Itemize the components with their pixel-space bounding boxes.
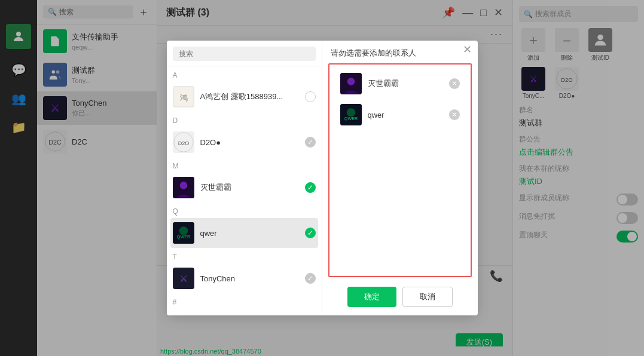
contact-name-qwer: qwer xyxy=(200,229,299,238)
contact-item-qwer[interactable]: QWER qwer ✓ xyxy=(170,218,318,248)
add-contacts-dialog: A 鸿 A鸿艺创 露歌1588939... D xyxy=(167,41,478,315)
dialog-prompt: 请勿选需要添加的联系人 xyxy=(322,41,478,63)
svg-point-18 xyxy=(347,78,355,85)
contact-check-warrior: ✓ xyxy=(305,182,316,193)
dialog-overlay[interactable]: A 鸿 A鸿艺创 露歌1588939... D xyxy=(0,0,644,356)
selected-item-warrior: 灭世霸霸 ✕ xyxy=(338,68,462,99)
contact-check-qwer: ✓ xyxy=(305,228,316,238)
section-label-q: Q xyxy=(170,202,318,218)
section-label-m: M xyxy=(170,157,318,173)
dialog-contact-list: A 鸿 A鸿艺创 露歌1588939... D xyxy=(167,41,322,315)
contact-name-warrior: 灭世霸霸 xyxy=(200,182,299,193)
svg-text:鸿: 鸿 xyxy=(179,93,187,102)
remove-warrior-button[interactable]: ✕ xyxy=(449,78,460,89)
dialog-search-input[interactable] xyxy=(173,47,316,61)
contact-name-tony: TonyChen xyxy=(200,274,299,283)
svg-text:D2O: D2O xyxy=(178,140,189,146)
selected-avatar-qwer: QWER xyxy=(340,104,362,125)
contact-item-hongyi[interactable]: 鸿 A鸿艺创 露歌1588939... xyxy=(170,82,318,112)
svg-text:QWER: QWER xyxy=(176,234,190,240)
selected-name-warrior: 灭世霸霸 xyxy=(368,78,443,89)
dialog-close-button[interactable]: ✕ xyxy=(463,44,472,55)
svg-point-13 xyxy=(179,182,187,189)
contact-avatar-warrior xyxy=(173,177,194,198)
dialog-list: A 鸿 A鸿艺创 露歌1588939... D xyxy=(167,66,322,315)
contact-item-tony[interactable]: ⚔ TonyChen ✓ xyxy=(170,263,318,293)
contact-check-tony: ✓ xyxy=(305,273,316,284)
contact-check-hongyi xyxy=(305,91,316,102)
section-label-a: A xyxy=(170,66,318,82)
section-label-t: T xyxy=(170,248,318,263)
selected-contacts-list: 灭世霸霸 ✕ QWER qwer ✕ xyxy=(328,63,472,277)
contact-avatar-qwer: QWER xyxy=(173,222,194,244)
contact-check-d2o: ✓ xyxy=(305,137,316,148)
contact-avatar-tony: ⚔ xyxy=(173,268,194,289)
confirm-button[interactable]: 确定 xyxy=(347,287,396,307)
dialog-search xyxy=(167,41,322,66)
dialog-right: ✕ 请勿选需要添加的联系人 灭世霸霸 ✕ xyxy=(322,41,478,315)
contact-item-d2o[interactable]: D2O D2O● ✓ xyxy=(170,127,318,157)
contact-item-warrior[interactable]: 灭世霸霸 ✓ xyxy=(170,173,318,202)
dialog-actions: 确定 取消 xyxy=(322,282,478,315)
section-label-d: D xyxy=(170,112,318,127)
svg-text:QWER: QWER xyxy=(344,116,357,121)
selected-avatar-warrior xyxy=(340,73,362,94)
contact-name-hongyi: A鸿艺创 露歌1588939... xyxy=(200,91,299,102)
contact-name-d2o: D2O● xyxy=(200,138,299,147)
selected-name-qwer: qwer xyxy=(368,111,443,119)
remove-qwer-button[interactable]: ✕ xyxy=(449,109,460,120)
contact-avatar-d2o: D2O xyxy=(173,131,194,153)
contact-avatar-hongyi: 鸿 xyxy=(173,86,194,108)
cancel-button[interactable]: 取消 xyxy=(402,287,453,307)
selected-item-qwer: QWER qwer ✕ xyxy=(338,99,462,130)
section-label-hash: # xyxy=(170,293,318,309)
